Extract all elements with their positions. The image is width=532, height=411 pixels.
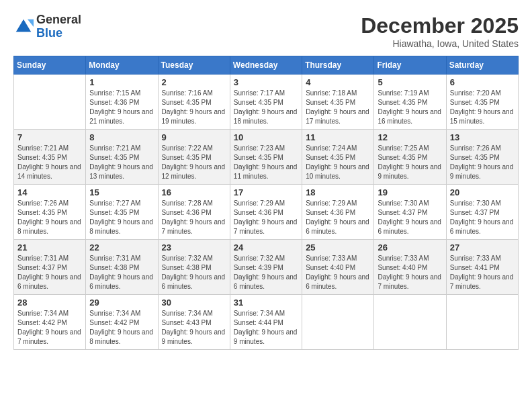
- calendar-day-cell: 17Sunrise: 7:29 AMSunset: 4:36 PMDayligh…: [230, 185, 302, 240]
- day-number: 3: [234, 77, 298, 87]
- calendar-week-row: 14Sunrise: 7:26 AMSunset: 4:35 PMDayligh…: [14, 185, 519, 240]
- day-number: 16: [162, 187, 226, 197]
- day-number: 2: [162, 77, 226, 87]
- calendar-day-cell: 29Sunrise: 7:34 AMSunset: 4:42 PMDayligh…: [86, 295, 158, 350]
- logo-blue: Blue: [36, 27, 81, 40]
- day-number: 23: [162, 242, 226, 253]
- calendar-day-cell: 27Sunrise: 7:33 AMSunset: 4:41 PMDayligh…: [446, 240, 518, 295]
- day-number: 26: [378, 242, 442, 253]
- day-number: 28: [17, 298, 82, 308]
- calendar-day-cell: [446, 295, 518, 350]
- calendar-day-cell: [302, 295, 374, 350]
- day-info: Sunrise: 7:30 AMSunset: 4:37 PMDaylight:…: [450, 199, 515, 236]
- day-info: Sunrise: 7:34 AMSunset: 4:42 PMDaylight:…: [89, 309, 154, 347]
- day-info: Sunrise: 7:33 AMSunset: 4:41 PMDaylight:…: [450, 254, 515, 291]
- day-info: Sunrise: 7:27 AMSunset: 4:35 PMDaylight:…: [89, 199, 154, 236]
- day-info: Sunrise: 7:21 AMSunset: 4:35 PMDaylight:…: [17, 144, 82, 181]
- calendar-day-cell: 10Sunrise: 7:23 AMSunset: 4:35 PMDayligh…: [230, 130, 302, 185]
- day-info: Sunrise: 7:20 AMSunset: 4:35 PMDaylight:…: [450, 89, 515, 126]
- day-number: 14: [17, 187, 82, 197]
- day-info: Sunrise: 7:31 AMSunset: 4:37 PMDaylight:…: [17, 254, 82, 291]
- calendar-day-cell: [14, 75, 86, 130]
- calendar-table: SundayMondayTuesdayWednesdayThursdayFrid…: [13, 56, 519, 350]
- day-number: 6: [450, 77, 515, 87]
- calendar-day-cell: 31Sunrise: 7:34 AMSunset: 4:44 PMDayligh…: [230, 295, 302, 350]
- day-number: 18: [306, 187, 370, 197]
- day-number: 13: [450, 132, 515, 142]
- calendar-week-row: 1Sunrise: 7:15 AMSunset: 4:36 PMDaylight…: [14, 75, 519, 130]
- day-info: Sunrise: 7:25 AMSunset: 4:35 PMDaylight:…: [378, 144, 442, 181]
- day-info: Sunrise: 7:15 AMSunset: 4:36 PMDaylight:…: [89, 89, 154, 126]
- day-number: 8: [89, 132, 154, 142]
- day-number: 24: [234, 242, 298, 253]
- location: Hiawatha, Iowa, United States: [361, 38, 519, 49]
- svg-marker-1: [28, 19, 34, 27]
- day-number: 11: [306, 132, 370, 142]
- day-number: 25: [306, 242, 370, 253]
- day-info: Sunrise: 7:23 AMSunset: 4:35 PMDaylight:…: [234, 144, 298, 181]
- logo-text: General Blue: [36, 13, 81, 40]
- day-number: 9: [162, 132, 226, 142]
- day-number: 7: [17, 132, 82, 142]
- calendar-week-row: 28Sunrise: 7:34 AMSunset: 4:42 PMDayligh…: [14, 295, 519, 350]
- calendar-day-cell: 1Sunrise: 7:15 AMSunset: 4:36 PMDaylight…: [86, 75, 158, 130]
- calendar-day-cell: 15Sunrise: 7:27 AMSunset: 4:35 PMDayligh…: [86, 185, 158, 240]
- calendar-day-cell: 25Sunrise: 7:33 AMSunset: 4:40 PMDayligh…: [302, 240, 374, 295]
- day-info: Sunrise: 7:33 AMSunset: 4:40 PMDaylight:…: [378, 254, 442, 291]
- calendar-day-cell: 21Sunrise: 7:31 AMSunset: 4:37 PMDayligh…: [14, 240, 86, 295]
- weekday-header: Thursday: [302, 56, 374, 75]
- weekday-header: Sunday: [14, 56, 86, 75]
- logo: General Blue: [13, 13, 81, 40]
- day-info: Sunrise: 7:29 AMSunset: 4:36 PMDaylight:…: [234, 199, 298, 236]
- day-number: 30: [162, 298, 226, 308]
- svg-marker-0: [16, 19, 32, 32]
- day-info: Sunrise: 7:28 AMSunset: 4:36 PMDaylight:…: [162, 199, 226, 236]
- day-info: Sunrise: 7:18 AMSunset: 4:35 PMDaylight:…: [306, 89, 370, 126]
- calendar-day-cell: 5Sunrise: 7:19 AMSunset: 4:35 PMDaylight…: [374, 75, 446, 130]
- day-info: Sunrise: 7:29 AMSunset: 4:36 PMDaylight:…: [306, 199, 370, 236]
- day-number: 12: [378, 132, 442, 142]
- day-info: Sunrise: 7:34 AMSunset: 4:42 PMDaylight:…: [17, 309, 82, 347]
- calendar-day-cell: 26Sunrise: 7:33 AMSunset: 4:40 PMDayligh…: [374, 240, 446, 295]
- day-info: Sunrise: 7:21 AMSunset: 4:35 PMDaylight:…: [89, 144, 154, 181]
- calendar-day-cell: 2Sunrise: 7:16 AMSunset: 4:35 PMDaylight…: [158, 75, 230, 130]
- day-info: Sunrise: 7:19 AMSunset: 4:35 PMDaylight:…: [378, 89, 442, 126]
- calendar-day-cell: 13Sunrise: 7:26 AMSunset: 4:35 PMDayligh…: [446, 130, 518, 185]
- logo-general: General: [36, 13, 81, 27]
- day-info: Sunrise: 7:32 AMSunset: 4:38 PMDaylight:…: [162, 254, 226, 291]
- day-info: Sunrise: 7:30 AMSunset: 4:37 PMDaylight:…: [378, 199, 442, 236]
- calendar-day-cell: 18Sunrise: 7:29 AMSunset: 4:36 PMDayligh…: [302, 185, 374, 240]
- calendar-day-cell: 20Sunrise: 7:30 AMSunset: 4:37 PMDayligh…: [446, 185, 518, 240]
- calendar-day-cell: 11Sunrise: 7:24 AMSunset: 4:35 PMDayligh…: [302, 130, 374, 185]
- calendar-day-cell: 14Sunrise: 7:26 AMSunset: 4:35 PMDayligh…: [14, 185, 86, 240]
- day-number: 21: [17, 242, 82, 253]
- calendar-day-cell: 4Sunrise: 7:18 AMSunset: 4:35 PMDaylight…: [302, 75, 374, 130]
- weekday-header: Friday: [374, 56, 446, 75]
- day-info: Sunrise: 7:33 AMSunset: 4:40 PMDaylight:…: [306, 254, 370, 291]
- calendar-day-cell: 28Sunrise: 7:34 AMSunset: 4:42 PMDayligh…: [14, 295, 86, 350]
- calendar-day-cell: 6Sunrise: 7:20 AMSunset: 4:35 PMDaylight…: [446, 75, 518, 130]
- day-number: 22: [89, 242, 154, 253]
- calendar-week-row: 21Sunrise: 7:31 AMSunset: 4:37 PMDayligh…: [14, 240, 519, 295]
- day-number: 5: [378, 77, 442, 87]
- day-info: Sunrise: 7:32 AMSunset: 4:39 PMDaylight:…: [234, 254, 298, 291]
- day-info: Sunrise: 7:26 AMSunset: 4:35 PMDaylight:…: [17, 199, 82, 236]
- calendar-day-cell: 19Sunrise: 7:30 AMSunset: 4:37 PMDayligh…: [374, 185, 446, 240]
- day-number: 4: [306, 77, 370, 87]
- day-info: Sunrise: 7:24 AMSunset: 4:35 PMDaylight:…: [306, 144, 370, 181]
- day-info: Sunrise: 7:26 AMSunset: 4:35 PMDaylight:…: [450, 144, 515, 181]
- day-number: 29: [89, 298, 154, 308]
- day-number: 10: [234, 132, 298, 142]
- calendar-day-cell: 30Sunrise: 7:34 AMSunset: 4:43 PMDayligh…: [158, 295, 230, 350]
- day-number: 27: [450, 242, 515, 253]
- calendar-day-cell: 23Sunrise: 7:32 AMSunset: 4:38 PMDayligh…: [158, 240, 230, 295]
- calendar-header-row: SundayMondayTuesdayWednesdayThursdayFrid…: [14, 56, 519, 75]
- day-info: Sunrise: 7:34 AMSunset: 4:43 PMDaylight:…: [162, 309, 226, 347]
- calendar-day-cell: 3Sunrise: 7:17 AMSunset: 4:35 PMDaylight…: [230, 75, 302, 130]
- calendar-day-cell: 12Sunrise: 7:25 AMSunset: 4:35 PMDayligh…: [374, 130, 446, 185]
- day-info: Sunrise: 7:17 AMSunset: 4:35 PMDaylight:…: [234, 89, 298, 126]
- calendar-day-cell: 22Sunrise: 7:31 AMSunset: 4:38 PMDayligh…: [86, 240, 158, 295]
- day-number: 19: [378, 187, 442, 197]
- day-number: 1: [89, 77, 154, 87]
- day-info: Sunrise: 7:31 AMSunset: 4:38 PMDaylight:…: [89, 254, 154, 291]
